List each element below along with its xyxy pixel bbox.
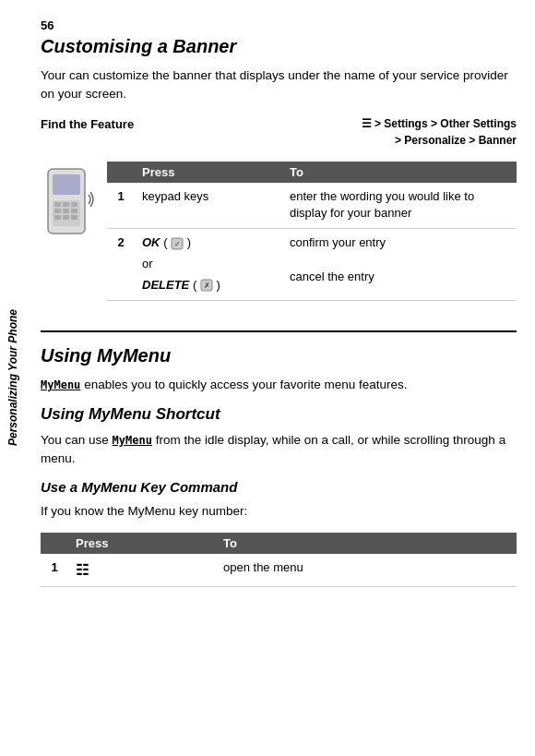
section1-intro: Your can customize the banner that displ…: [41, 66, 517, 104]
menu-symbol: ☷: [76, 562, 89, 578]
section1-table-area: Press To 1 keypad keys enter the wording…: [41, 162, 517, 318]
svg-rect-8: [71, 209, 77, 213]
find-feature-row: Find the Feature ☰ > Settings > Other Se…: [41, 115, 517, 149]
svg-rect-9: [54, 215, 61, 220]
table-row: 1 ☷ open the menu: [41, 554, 517, 587]
mymenu-code1: MyMenu: [41, 378, 80, 391]
svg-rect-1: [53, 174, 80, 195]
section1-title: Customising a Banner: [41, 36, 517, 57]
col-to-header2: To: [216, 533, 517, 554]
delete-key-icon: ✗: [200, 279, 213, 292]
step-to-multi: confirm your entry cancel the entry: [282, 229, 517, 301]
step-to: open the menu: [216, 554, 517, 587]
section2-intro: MyMenu enables you to quickly access you…: [41, 376, 517, 394]
step-to: enter the wording you would like to disp…: [282, 183, 517, 229]
section2-sub2-intro: If you know the MyMenu key number:: [41, 502, 517, 521]
section1-table-section: Press To 1 keypad keys enter the wording…: [107, 162, 517, 318]
step-press-multi: OK ( ✓ ) or DELETE (: [135, 229, 282, 301]
svg-text:✗: ✗: [203, 282, 209, 290]
step-num: 1: [41, 554, 68, 587]
sidebar: Personalizing Your Phone: [0, 0, 26, 756]
page-number: 56: [41, 18, 517, 32]
section2-sub2-title: Use a MyMenu Key Command: [41, 479, 517, 495]
mymenu-code2: MyMenu: [113, 434, 152, 447]
col-press-header: Press: [135, 162, 282, 183]
find-feature-path: ☰ > Settings > Other Settings > Personal…: [179, 115, 517, 149]
section1-table: Press To 1 keypad keys enter the wording…: [107, 162, 517, 301]
col-num-header2: [41, 533, 68, 554]
step-num: 2: [107, 229, 135, 301]
menu-icon: ☰: [362, 117, 372, 130]
find-feature-label: Find the Feature: [41, 115, 179, 131]
section2-title: Using MyMenu: [41, 345, 517, 366]
svg-rect-11: [71, 215, 77, 220]
step-num: 1: [107, 183, 135, 229]
col-to-header: To: [282, 162, 517, 183]
svg-rect-7: [63, 209, 69, 213]
svg-rect-5: [71, 202, 77, 207]
step-press-sym: ☷: [68, 554, 216, 587]
svg-rect-10: [63, 215, 69, 220]
step-press: keypad keys: [135, 183, 282, 229]
ok-key-icon: ✓: [171, 237, 184, 250]
table-row: 1 keypad keys enter the wording you woul…: [107, 183, 517, 229]
svg-rect-3: [54, 202, 61, 207]
svg-rect-6: [54, 209, 61, 213]
section-divider: [41, 330, 517, 332]
phone-icon: [41, 167, 94, 244]
sidebar-label: Personalizing Your Phone: [6, 309, 19, 446]
col-press-header2: Press: [68, 533, 216, 554]
main-content: 56 Customising a Banner Your can customi…: [26, 0, 535, 622]
table-row: 2 OK ( ✓ ) or: [107, 229, 517, 301]
section2-sub1-title: Using MyMenu Shortcut: [41, 405, 517, 424]
section2-sub1-intro: You can use MyMenu from the idle display…: [41, 431, 517, 469]
section2-table: Press To 1 ☷ open the menu: [41, 533, 517, 587]
col-num-header: [107, 162, 135, 183]
svg-rect-4: [63, 202, 69, 207]
svg-text:✓: ✓: [174, 240, 181, 248]
